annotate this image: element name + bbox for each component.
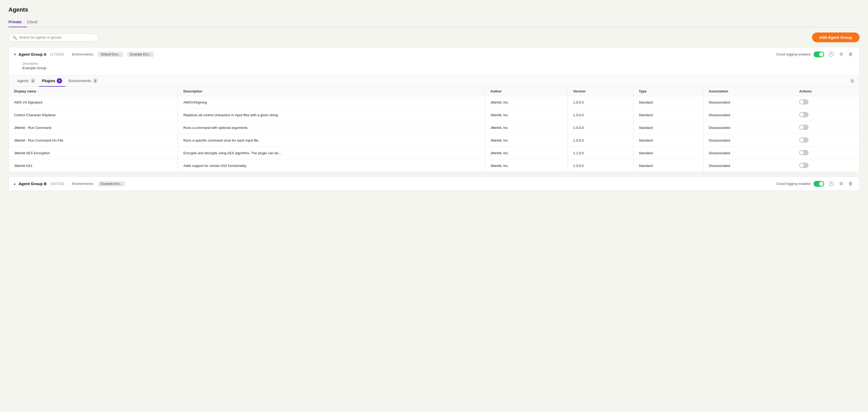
plugin-desc-3: Runs a specific command once for each in… (178, 134, 485, 147)
col-author: Author (485, 87, 568, 96)
plugin-type-2: Standard (633, 122, 704, 134)
group-a-id: (171230) (50, 52, 64, 56)
table-row: Jitterbit - Run Command Runs a command w… (9, 122, 859, 134)
plugins-table: Display name ↑ Description Author Versio… (9, 87, 859, 172)
plugin-desc-4: Encrypts and decrypts using AES algorith… (178, 147, 485, 160)
plugin-association-2: Disassociated (703, 122, 794, 134)
plugin-desc-2: Runs a command with optional arguments. (178, 122, 485, 134)
sort-arrow[interactable]: ↑ (37, 90, 38, 93)
group-a-description-text: Example Group (23, 66, 854, 70)
plugin-association-4: Disassociated (703, 147, 794, 160)
table-row: Control Character Replacer Replaces all … (9, 109, 859, 122)
table-row: Jitterbit - Run Command On File Runs a s… (9, 134, 859, 147)
plugin-desc-1: Replaces all control characters in input… (178, 109, 485, 122)
col-association: Association (703, 87, 794, 96)
plugin-association-0: Disassociated (703, 96, 794, 109)
plugin-name-1: Control Character Replacer (9, 109, 178, 122)
main-tabs-bar: Private Cloud (8, 18, 860, 27)
plugin-author-2: Jitterbit, Inc. (485, 122, 568, 134)
plugin-version-3: 1.0.0.0 (568, 134, 633, 147)
environments-badge: 2 (93, 78, 98, 84)
plugin-author-5: Jitterbit, Inc. (485, 160, 568, 172)
col-actions: Actions (794, 87, 859, 96)
col-display-name: Display name ↑ (9, 87, 178, 96)
table-row: Jitterbit AES Encryption Encrypts and de… (9, 147, 859, 160)
plugin-author-4: Jitterbit, Inc. (485, 147, 568, 160)
plugin-type-1: Standard (633, 109, 704, 122)
plugin-name-3: Jitterbit - Run Command On File (9, 134, 178, 147)
group-b-env-tag-1[interactable]: Example Env... (98, 181, 125, 186)
plugin-assoc-toggle-5[interactable] (799, 163, 809, 168)
plugin-desc-5: Adds support for certain AS2 functionali… (178, 160, 485, 172)
toolbar: 🔍 Add Agent Group (8, 32, 860, 42)
table-row: Jitterbit AS2 Adds support for certain A… (9, 160, 859, 172)
table-row: AWS V4 Signature AWSV4Signing Jitterbit,… (9, 96, 859, 109)
plugin-version-2: 1.0.0.0 (568, 122, 633, 134)
plugin-type-4: Standard (633, 147, 704, 160)
plugin-type-0: Standard (633, 96, 704, 109)
plugin-assoc-toggle-1[interactable] (799, 112, 809, 117)
group-a-env-tag-2[interactable]: Example Env... (127, 52, 154, 57)
plugin-assoc-toggle-4[interactable] (799, 150, 809, 155)
group-b-settings-button[interactable]: ⚙ (838, 180, 844, 187)
plugin-toggle-4[interactable] (794, 147, 859, 160)
col-version: Version (568, 87, 633, 96)
tab-private[interactable]: Private (8, 18, 27, 27)
group-a-env-tag-1[interactable]: Default Envi... (98, 52, 123, 57)
group-a-cloud-logging-toggle[interactable] (814, 52, 824, 57)
plugin-name-5: Jitterbit AS2 (9, 160, 178, 172)
group-b-cloud-logging-toggle[interactable] (814, 181, 824, 187)
tab-environments[interactable]: Environments 2 (65, 75, 101, 87)
plugin-version-1: 1.0.0.0 (568, 109, 633, 122)
plugin-association-1: Disassociated (703, 109, 794, 122)
group-b-chevron[interactable]: ▸ (14, 182, 16, 186)
plugin-name-0: AWS V4 Signature (9, 96, 178, 109)
plugin-version-0: 1.0.0.0 (568, 96, 633, 109)
group-a-clock-button[interactable]: 🕐 (827, 51, 835, 58)
plugin-toggle-0[interactable] (794, 96, 859, 109)
group-b-env-label: Environments: (72, 182, 94, 186)
group-a-settings-button[interactable]: ⚙ (838, 51, 844, 58)
search-icon: 🔍 (12, 35, 17, 40)
plugin-assoc-toggle-2[interactable] (799, 125, 809, 130)
plugin-assoc-toggle-0[interactable] (799, 99, 809, 104)
group-b-cloud-logging-label: Cloud logging enabled (776, 182, 810, 186)
group-a-delete-button[interactable]: 🗑 (847, 51, 854, 58)
tab-cloud[interactable]: Cloud (27, 18, 42, 27)
tab-plugins[interactable]: Plugins 0 (39, 75, 65, 87)
plugin-type-3: Standard (633, 134, 704, 147)
plugins-badge: 0 (57, 78, 62, 84)
search-input[interactable] (19, 35, 94, 39)
plugin-name-2: Jitterbit - Run Command (9, 122, 178, 134)
page-title: Agents (8, 6, 860, 13)
group-b-delete-button[interactable]: 🗑 (847, 181, 854, 187)
plugin-association-5: Disassociated (703, 160, 794, 172)
group-a-cloud-logging-label: Cloud logging enabled (776, 52, 810, 56)
group-a-inner-tabs-bar: Agents 2 Plugins 0 Environments 2 ⊞ (9, 75, 859, 87)
search-box[interactable]: 🔍 (8, 34, 98, 41)
plugin-toggle-3[interactable] (794, 134, 859, 147)
plugin-toggle-2[interactable] (794, 122, 859, 134)
group-a-chevron[interactable]: ▾ (14, 52, 16, 57)
add-agent-group-button[interactable]: Add Agent Group (812, 32, 860, 42)
group-b-header-right: Cloud logging enabled 🕐 ⚙ 🗑 (776, 180, 854, 187)
plugin-toggle-1[interactable] (794, 109, 859, 122)
plugin-toggle-5[interactable] (794, 160, 859, 172)
plugin-version-5: 1.0.0.0 (568, 160, 633, 172)
tab-agents[interactable]: Agents 2 (14, 75, 39, 87)
plugin-assoc-toggle-3[interactable] (799, 137, 809, 142)
plugin-author-0: Jitterbit, Inc. (485, 96, 568, 109)
group-a-description-area: Description Example Group (9, 61, 859, 71)
plugin-name-4: Jitterbit AES Encryption (9, 147, 178, 160)
grid-icon: ⊞ (850, 78, 854, 84)
group-a-name: Agent Group A (19, 52, 46, 57)
col-description: Description (178, 87, 485, 96)
group-b-clock-button[interactable]: 🕐 (827, 180, 835, 187)
group-b-header: ▸ Agent Group B (192720) Environments: E… (9, 177, 859, 191)
plugin-association-3: Disassociated (703, 134, 794, 147)
group-b-name: Agent Group B (19, 182, 47, 186)
group-a-env-label: Environments: (72, 52, 94, 56)
col-type: Type (633, 87, 704, 96)
plugin-version-4: 1.1.0.0 (568, 147, 633, 160)
plugin-author-1: Jitterbit, Inc. (485, 109, 568, 122)
